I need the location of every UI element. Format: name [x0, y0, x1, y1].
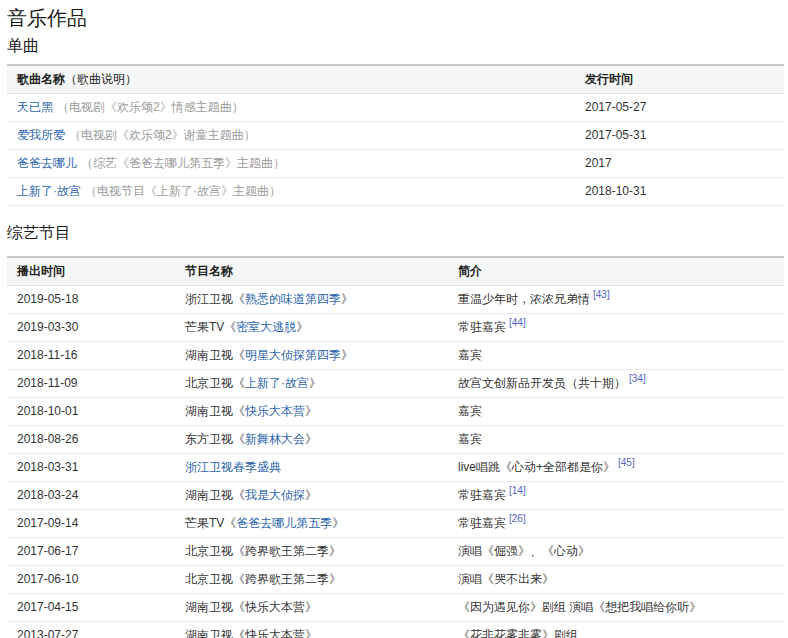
intro-text: 常驻嘉宾	[458, 488, 506, 502]
program-prefix: 北京卫视《	[185, 376, 245, 390]
program-cell: 北京卫视《跨界歌王第二季》	[175, 538, 448, 566]
intro-cell: 嘉宾	[448, 342, 784, 370]
variety-header-program-name: 节目名称	[175, 257, 448, 286]
program-cell: 芒果TV《密室大逃脱》	[175, 314, 448, 342]
song-note: （综艺《爸爸去哪儿第五季》主题曲）	[81, 156, 285, 170]
program-cell: 东方卫视《新舞林大会》	[175, 426, 448, 454]
program-link[interactable]: 爸爸去哪儿第五季	[236, 516, 332, 530]
song-link[interactable]: 天已黑	[17, 100, 53, 114]
variety-table-row: 2019-03-30芒果TV《密室大逃脱》常驻嘉宾[44]	[7, 314, 784, 342]
intro-text: 嘉宾	[458, 432, 482, 446]
program-prefix: 东方卫视《	[185, 432, 245, 446]
reference-link[interactable]: [26]	[509, 513, 526, 524]
song-cell: 爱我所爱（电视剧《欢乐颂2》谢童主题曲）	[7, 122, 575, 150]
intro-text: 嘉宾	[458, 404, 482, 418]
program-prefix: 北京卫视《跨界歌王第二季》	[185, 572, 341, 586]
intro-cell: 故宫文创新品开发员（共十期）[34]	[448, 370, 784, 398]
variety-table-row: 2017-09-14芒果TV《爸爸去哪儿第五季》常驻嘉宾[26]	[7, 510, 784, 538]
variety-table-row: 2017-04-15湖南卫视《快乐大本营》《因为遇见你》剧组 演唱《想把我唱给你…	[7, 594, 784, 622]
program-cell: 湖南卫视《明星大侦探第四季》	[175, 342, 448, 370]
program-cell: 湖南卫视《快乐大本营》	[175, 622, 448, 638]
program-link[interactable]: 快乐大本营	[245, 404, 305, 418]
singles-table-body: 天已黑（电视剧《欢乐颂2》情感主题曲）2017-05-27爱我所爱（电视剧《欢乐…	[7, 94, 784, 206]
program-link[interactable]: 我是大侦探	[245, 488, 305, 502]
subsection-title-singles: 单曲	[7, 38, 784, 54]
section-title-music-works: 音乐作品	[7, 8, 784, 28]
intro-cell: 常驻嘉宾[44]	[448, 314, 784, 342]
program-prefix: 湖南卫视《	[185, 488, 245, 502]
variety-header-intro: 简介	[448, 257, 784, 286]
program-prefix: 北京卫视《跨界歌王第二季》	[185, 544, 341, 558]
song-note: （电视节目《上新了·故宫》主题曲）	[85, 184, 281, 198]
intro-cell: 嘉宾	[448, 426, 784, 454]
air-date-cell: 2017-06-10	[7, 566, 175, 594]
air-date-cell: 2017-04-15	[7, 594, 175, 622]
program-prefix: 湖南卫视《快乐大本营》	[185, 628, 317, 638]
air-date-cell: 2018-10-01	[7, 398, 175, 426]
variety-table: 播出时间 节目名称 简介 2019-05-18浙江卫视《熟悉的味道第四季》重温少…	[7, 256, 784, 638]
singles-header-song-note-label: （歌曲说明）	[65, 72, 137, 86]
program-cell: 浙江卫视《熟悉的味道第四季》	[175, 286, 448, 314]
variety-table-row: 2018-08-26东方卫视《新舞林大会》嘉宾	[7, 426, 784, 454]
intro-cell: 嘉宾	[448, 398, 784, 426]
intro-cell: 常驻嘉宾[26]	[448, 510, 784, 538]
program-cell: 浙江卫视春季盛典	[175, 454, 448, 482]
program-link[interactable]: 上新了·故宫	[245, 376, 309, 390]
program-link[interactable]: 熟悉的味道第四季	[245, 292, 341, 306]
intro-cell: 常驻嘉宾[14]	[448, 482, 784, 510]
singles-table: 歌曲名称（歌曲说明） 发行时间 天已黑（电视剧《欢乐颂2》情感主题曲）2017-…	[7, 64, 784, 206]
intro-text: 演唱《哭不出来》	[458, 572, 554, 586]
air-date-cell: 2018-03-24	[7, 482, 175, 510]
reference-link[interactable]: [44]	[509, 317, 526, 328]
variety-table-row: 2013-07-27湖南卫视《快乐大本营》《花非花雾非雾》剧组	[7, 622, 784, 638]
variety-table-row: 2019-05-18浙江卫视《熟悉的味道第四季》重温少年时，浓浓兄弟情[43]	[7, 286, 784, 314]
program-link[interactable]: 密室大逃脱	[236, 320, 296, 334]
variety-table-row: 2018-03-24湖南卫视《我是大侦探》常驻嘉宾[14]	[7, 482, 784, 510]
air-date-cell: 2013-07-27	[7, 622, 175, 638]
intro-text: live唱跳《心动+全部都是你》	[458, 460, 615, 474]
program-prefix: 芒果TV《	[185, 516, 236, 530]
song-link[interactable]: 上新了·故宫	[17, 184, 81, 198]
air-date-cell: 2019-05-18	[7, 286, 175, 314]
air-date-cell: 2018-11-09	[7, 370, 175, 398]
singles-table-row: 天已黑（电视剧《欢乐颂2》情感主题曲）2017-05-27	[7, 94, 784, 122]
program-link[interactable]: 浙江卫视春季盛典	[185, 460, 281, 474]
program-link[interactable]: 新舞林大会	[245, 432, 305, 446]
air-date-cell: 2017-09-14	[7, 510, 175, 538]
intro-cell: 《花非花雾非雾》剧组	[448, 622, 784, 638]
reference-link[interactable]: [45]	[618, 457, 635, 468]
variety-table-row: 2018-11-16湖南卫视《明星大侦探第四季》嘉宾	[7, 342, 784, 370]
singles-table-row: 爸爸去哪儿（综艺《爸爸去哪儿第五季》主题曲）2017	[7, 150, 784, 178]
singles-table-row: 爱我所爱（电视剧《欢乐颂2》谢童主题曲）2017-05-31	[7, 122, 784, 150]
intro-cell: 演唱《哭不出来》	[448, 566, 784, 594]
reference-link[interactable]: [34]	[629, 373, 646, 384]
intro-text: 嘉宾	[458, 348, 482, 362]
variety-table-row: 2018-03-31浙江卫视春季盛典live唱跳《心动+全部都是你》[45]	[7, 454, 784, 482]
song-link[interactable]: 爱我所爱	[17, 128, 65, 142]
program-suffix: 》	[305, 404, 317, 418]
intro-text: 故宫文创新品开发员（共十期）	[458, 376, 626, 390]
program-suffix: 》	[305, 488, 317, 502]
variety-table-row: 2017-06-10北京卫视《跨界歌王第二季》演唱《哭不出来》	[7, 566, 784, 594]
intro-cell: 《因为遇见你》剧组 演唱《想把我唱给你听》	[448, 594, 784, 622]
program-suffix: 》	[305, 432, 317, 446]
reference-link[interactable]: [43]	[593, 289, 610, 300]
variety-table-row: 2018-10-01湖南卫视《快乐大本营》嘉宾	[7, 398, 784, 426]
release-date-cell: 2017	[575, 150, 784, 178]
program-prefix: 湖南卫视《快乐大本营》	[185, 600, 317, 614]
song-link[interactable]: 爸爸去哪儿	[17, 156, 77, 170]
reference-link[interactable]: [14]	[509, 485, 526, 496]
air-date-cell: 2017-06-17	[7, 538, 175, 566]
program-cell: 湖南卫视《快乐大本营》	[175, 594, 448, 622]
program-prefix: 湖南卫视《	[185, 348, 245, 362]
program-link[interactable]: 明星大侦探第四季	[245, 348, 341, 362]
program-suffix: 》	[332, 516, 344, 530]
program-suffix: 》	[341, 292, 353, 306]
program-suffix: 》	[341, 348, 353, 362]
variety-table-row: 2017-06-17北京卫视《跨界歌王第二季》演唱《倔强》、《心动》	[7, 538, 784, 566]
singles-header-release-date: 发行时间	[575, 65, 784, 94]
intro-cell: 演唱《倔强》、《心动》	[448, 538, 784, 566]
singles-table-row: 上新了·故宫（电视节目《上新了·故宫》主题曲）2018-10-31	[7, 178, 784, 206]
intro-text: 《花非花雾非雾》剧组	[458, 628, 578, 638]
song-note: （电视剧《欢乐颂2》谢童主题曲）	[69, 128, 256, 142]
